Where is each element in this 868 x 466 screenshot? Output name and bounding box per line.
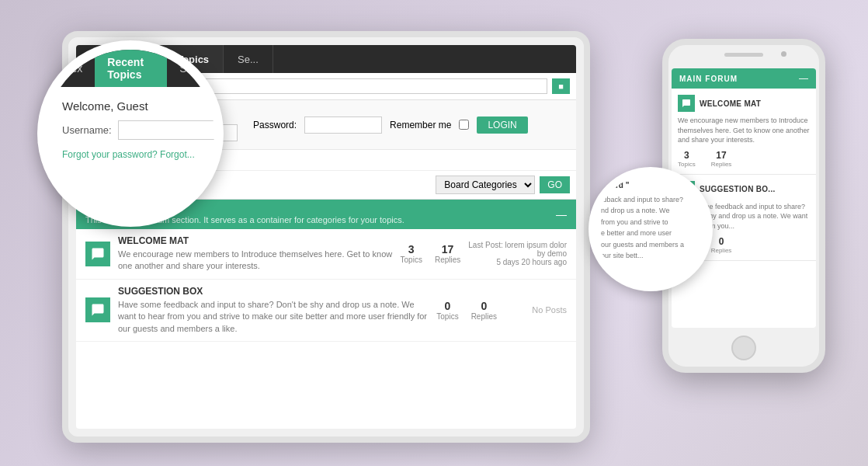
phone-magnifier-content: Board " fdback and input to share? nd dr…: [596, 175, 705, 266]
phone-replies-label: Replies: [711, 161, 732, 168]
board-categories-select[interactable]: Board Categories: [436, 176, 535, 194]
mag-welcome: Welcome, Guest: [62, 99, 199, 113]
forum-row-welcome-mat: WELCOME MAT We encourage new members to …: [76, 229, 576, 280]
mag-nav-recent: Recent Topics: [95, 50, 167, 87]
last-post-text: Last Post: lorem ipsum dolor: [468, 241, 567, 249]
phone-suggestion-replies-count: 0: [711, 236, 732, 247]
phone-nav-title: MAIN FORUM: [679, 75, 738, 83]
go-button[interactable]: GO: [540, 176, 570, 193]
phone-camera: [781, 51, 786, 57]
replies-count: 17: [442, 243, 454, 256]
phone-magnifier-lens: Board " fdback and input to share? nd dr…: [589, 167, 713, 291]
mag-forgot: Forgot your password? Forgot...: [62, 149, 199, 160]
phone-mag-line2: nd drop us a note. We: [601, 205, 700, 216]
phone-mag-line6: our site bett...: [601, 250, 700, 261]
phone-home-button[interactable]: [731, 336, 756, 360]
replies-stat: 17 Replies: [435, 243, 460, 264]
mag-se-label: Se...: [179, 62, 202, 75]
phone-suggestion-replies-label: Replies: [711, 247, 732, 254]
remember-label: Remember me: [390, 120, 451, 130]
phone-suggestion-replies-stat: 0 Replies: [711, 236, 732, 254]
login-button[interactable]: LOGIN: [477, 116, 527, 134]
phone-card-1-header: WELCOME MAT: [678, 95, 810, 112]
suggestion-icon-svg: [91, 303, 105, 317]
suggestion-topics-label: Topics: [436, 312, 458, 321]
mag-index-label: ndex: [59, 62, 82, 75]
suggestion-no-posts: No Posts: [505, 305, 567, 315]
phone-card-welcome-mat: WELCOME MAT We encourage new members to …: [672, 89, 816, 175]
magnifier-lens: ndex Recent Topics Se... Welcome, Guest …: [37, 40, 224, 227]
phone-speaker: [724, 53, 763, 57]
magnifier-login: Welcome, Guest Username: Forgot your pas…: [47, 87, 214, 172]
topics-count: 3: [408, 243, 415, 256]
password-input[interactable]: [304, 116, 382, 134]
replies-label: Replies: [435, 256, 460, 264]
forum-icon-svg: [91, 247, 105, 261]
mag-nav-se: Se...: [167, 50, 214, 87]
phone-card-1-icon: [678, 95, 695, 112]
phone-mag-line3: from you and strive to: [601, 217, 700, 228]
welcome-mat-icon: [85, 242, 110, 266]
corner-button[interactable]: ■: [552, 78, 570, 94]
phone-mag-board-label: Board ": [601, 179, 700, 191]
suggestion-topics-count: 0: [445, 300, 451, 312]
suggestion-topics-stat: 0 Topics: [436, 300, 458, 321]
phone-topics-count: 3: [678, 150, 696, 161]
welcome-mat-lastpost: Last Post: lorem ipsum dolor by demo 5 d…: [468, 241, 567, 266]
password-label: Password:: [253, 120, 297, 130]
nav-item-search[interactable]: Se...: [224, 45, 273, 73]
forum-header-collapse-icon[interactable]: —: [556, 208, 567, 221]
suggestion-box-name[interactable]: SUGGESTION BOX: [118, 286, 429, 297]
mag-username-input[interactable]: [118, 120, 214, 140]
remember-checkbox[interactable]: [459, 120, 469, 130]
suggestion-box-stats: 0 Topics 0 Replies: [436, 300, 497, 321]
phone-card-1-stats: 3 Topics 17 Replies: [678, 150, 810, 168]
suggestion-replies-stat: 0 Replies: [471, 300, 497, 321]
login-right: Password: Remember me LOGIN: [253, 116, 561, 134]
phone-mag-line4: e better and more user: [601, 228, 700, 238]
phone-nav-icon[interactable]: —: [799, 73, 808, 84]
phone-mag-text: fdback and input to share? nd drop us a …: [601, 194, 700, 261]
topics-label: Topics: [401, 256, 422, 264]
last-post-by: by demo: [468, 249, 567, 258]
phone-forum-icon: [682, 99, 691, 108]
phone-topics-stat: 3 Topics: [678, 150, 696, 168]
mag-recent-label: Recent Topics: [107, 56, 155, 81]
phone-card-1-desc: We encourage new members to Introduce th…: [678, 116, 810, 145]
phone-topics-label: Topics: [678, 161, 696, 168]
welcome-mat-info: WELCOME MAT We encourage new members to …: [118, 235, 393, 273]
phone-mag-line1: fdback and input to share?: [601, 194, 700, 205]
phone-replies-stat: 17 Replies: [711, 150, 732, 168]
suggestion-box-icon: [85, 297, 110, 322]
mag-username-field: Username:: [62, 120, 199, 140]
phone-card-2-title[interactable]: SUGGESTION BO...: [700, 185, 776, 193]
last-post-time: 5 days 20 hours ago: [468, 258, 567, 266]
phone-card-1-title[interactable]: WELCOME MAT: [700, 99, 761, 108]
mag-nav-index: ndex: [47, 50, 95, 87]
magnifier-content: ndex Recent Topics Se... Welcome, Guest …: [47, 50, 214, 217]
phone-replies-count: 17: [711, 150, 732, 161]
suggestion-box-info: SUGGESTION BOX Have some feedback and in…: [118, 286, 429, 335]
welcome-mat-desc: We encourage new members to Introduce th…: [118, 249, 393, 273]
phone-nav: MAIN FORUM —: [672, 68, 816, 89]
welcome-mat-name[interactable]: WELCOME MAT: [118, 235, 393, 246]
magnifier-nav: ndex Recent Topics Se...: [47, 50, 214, 87]
mag-forgot-username-link[interactable]: Forgot...: [160, 149, 195, 160]
mag-forgot-password-link[interactable]: Forgot your password?: [62, 149, 158, 160]
phone-mag-line5: our guests and members a: [601, 239, 700, 250]
suggestion-replies-count: 0: [481, 300, 487, 312]
welcome-mat-stats: 3 Topics 17 Replies: [401, 243, 461, 264]
forum-row-suggestion-box: SUGGESTION BOX Have some feedback and in…: [76, 280, 576, 342]
suggestion-box-desc: Have some feedback and input to share? D…: [118, 299, 429, 335]
topics-stat: 3 Topics: [401, 243, 422, 264]
suggestion-replies-label: Replies: [471, 312, 497, 321]
mag-username-label: Username:: [62, 124, 112, 136]
